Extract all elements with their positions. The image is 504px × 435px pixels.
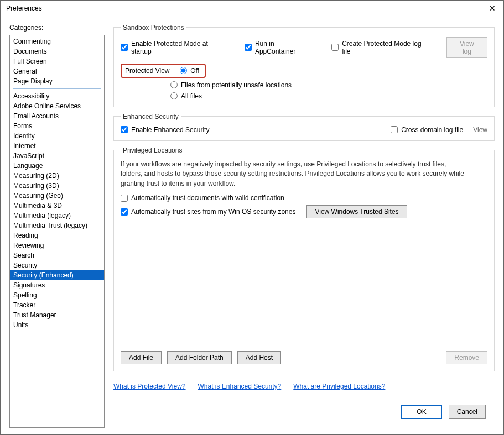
protected-view-label: Protected View (125, 67, 170, 75)
sidebar-item-signatures[interactable]: Signatures (10, 280, 104, 290)
sidebar-item-documents[interactable]: Documents (10, 46, 104, 56)
view-trusted-sites-button[interactable]: View Windows Trusted Sites (306, 205, 407, 218)
privileged-legend: Privileged Locations (121, 146, 184, 154)
enhanced-security-legend: Enhanced Security (121, 113, 181, 120)
sidebar-item-measuring-2d-[interactable]: Measuring (2D) (10, 171, 104, 181)
sandbox-group: Sandbox Protections Enable Protected Mod… (113, 24, 495, 107)
protected-view-off-radio[interactable]: Off (180, 67, 199, 75)
add-folder-button[interactable]: Add Folder Path (167, 351, 232, 364)
run-appcontainer-checkbox[interactable]: Run in AppContainer (245, 40, 315, 55)
enable-protected-mode-input[interactable] (121, 44, 128, 51)
what-are-privileged-locations-link[interactable]: What are Privileged Locations? (293, 382, 385, 390)
create-log-input[interactable] (331, 44, 339, 51)
sidebar-item-multimedia-3d[interactable]: Multimedia & 3D (10, 201, 104, 211)
sidebar-item-measuring-3d-[interactable]: Measuring (3D) (10, 181, 104, 191)
sidebar-item-commenting[interactable]: Commenting (10, 36, 104, 46)
remove-button: Remove (446, 351, 487, 364)
sidebar-item-adobe-online-services[interactable]: Adobe Online Services (10, 101, 104, 111)
sidebar-item-internet[interactable]: Internet (10, 141, 104, 151)
sidebar-item-javascript[interactable]: JavaScript (10, 151, 104, 161)
view-crosslog-link[interactable]: View (473, 126, 487, 134)
view-log-button: View log (446, 37, 487, 58)
auto-trust-sites-input[interactable] (121, 208, 128, 216)
window-title: Preferences (6, 4, 42, 12)
categories-label: Categories: (9, 24, 105, 32)
sidebar-item-units[interactable]: Units (10, 320, 104, 330)
auto-trust-cert-checkbox[interactable]: Automatically trust documents with valid… (121, 194, 487, 202)
sidebar-item-security[interactable]: Security (10, 260, 104, 270)
add-file-button[interactable]: Add File (121, 351, 162, 364)
protected-view-unsafe-radio[interactable]: Files from potentially unsafe locations (170, 81, 487, 89)
privileged-help-text: If your workflows are negatively impacte… (121, 160, 469, 188)
privileged-locations-group: Privileged Locations If your workflows a… (113, 146, 495, 371)
cross-domain-log-checkbox[interactable]: Cross domain log file (391, 126, 463, 134)
sidebar-item-identity[interactable]: Identity (10, 131, 104, 141)
close-icon[interactable]: ✕ (485, 2, 500, 15)
sidebar-item-multimedia-legacy-[interactable]: Multimedia (legacy) (10, 211, 104, 221)
pv-off-input[interactable] (180, 67, 187, 74)
categories-list[interactable]: CommentingDocumentsFull ScreenGeneralPag… (9, 35, 105, 428)
auto-trust-cert-input[interactable] (121, 195, 128, 202)
sidebar-item-page-display[interactable]: Page Display (10, 76, 104, 86)
sidebar-item-measuring-geo-[interactable]: Measuring (Geo) (10, 191, 104, 201)
sidebar-item-accessibility[interactable]: Accessibility (10, 91, 104, 101)
what-is-protected-view-link[interactable]: What is Protected View? (113, 382, 186, 390)
add-host-button[interactable]: Add Host (237, 351, 281, 364)
enable-protected-mode-checkbox[interactable]: Enable Protected Mode at startup (121, 40, 228, 55)
protected-view-highlight: Protected View Off (121, 64, 206, 78)
protected-view-all-radio[interactable]: All files (170, 92, 487, 100)
run-appcontainer-input[interactable] (245, 44, 252, 51)
sandbox-legend: Sandbox Protections (121, 24, 186, 32)
pv-unsafe-input[interactable] (170, 81, 178, 88)
cross-domain-log-input[interactable] (391, 126, 398, 133)
sidebar-item-email-accounts[interactable]: Email Accounts (10, 111, 104, 121)
sidebar-item-spelling[interactable]: Spelling (10, 290, 104, 300)
sidebar-item-language[interactable]: Language (10, 161, 104, 171)
sidebar-item-multimedia-trust-legacy-[interactable]: Multimedia Trust (legacy) (10, 221, 104, 230)
sidebar-item-tracker[interactable]: Tracker (10, 300, 104, 310)
sidebar-item-full-screen[interactable]: Full Screen (10, 56, 104, 66)
ok-button[interactable]: OK (401, 405, 441, 419)
what-is-enhanced-security-link[interactable]: What is Enhanced Security? (198, 382, 282, 390)
pv-all-input[interactable] (170, 92, 178, 99)
sidebar-item-forms[interactable]: Forms (10, 121, 104, 131)
enable-enhanced-security-input[interactable] (121, 126, 128, 133)
create-log-checkbox[interactable]: Create Protected Mode log file (331, 40, 430, 55)
auto-trust-sites-checkbox[interactable]: Automatically trust sites from my Win OS… (121, 208, 295, 216)
cancel-button[interactable]: Cancel (449, 405, 486, 419)
sidebar-item-trust-manager[interactable]: Trust Manager (10, 310, 104, 320)
enhanced-security-group: Enhanced Security Enable Enhanced Securi… (113, 113, 495, 141)
sidebar-item-reviewing[interactable]: Reviewing (10, 240, 104, 250)
sidebar-item-search[interactable]: Search (10, 250, 104, 260)
privileged-locations-list[interactable] (121, 224, 487, 345)
sidebar-item-general[interactable]: General (10, 66, 104, 76)
enable-enhanced-security-checkbox[interactable]: Enable Enhanced Security (121, 126, 209, 134)
sidebar-item-security-enhanced-[interactable]: Security (Enhanced) (10, 270, 104, 280)
sidebar-item-reading[interactable]: Reading (10, 230, 104, 240)
sidebar-separator (13, 88, 101, 89)
